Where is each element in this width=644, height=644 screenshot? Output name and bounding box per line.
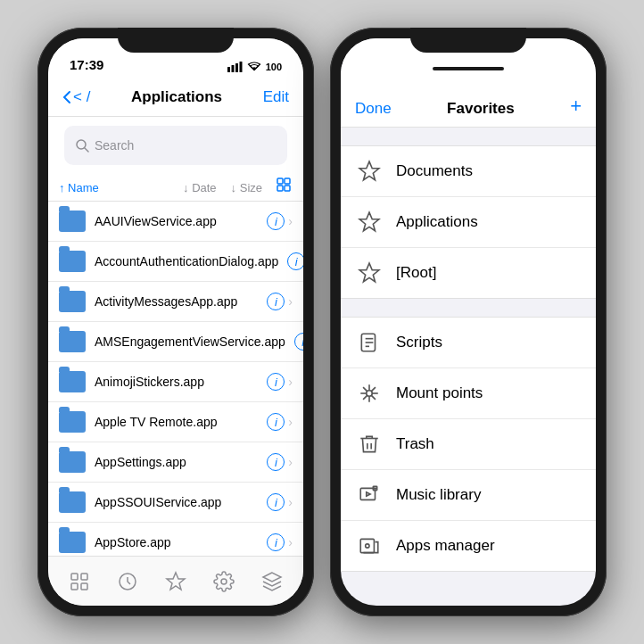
svg-marker-35 — [367, 492, 370, 496]
tab-layers[interactable] — [261, 571, 283, 592]
right-phone: Done Favorites + Documents — [330, 28, 607, 616]
file-name: AnimojiStickers.app — [95, 375, 258, 389]
file-item[interactable]: ActivityMessagesApp.app i › — [48, 282, 303, 322]
tab-recents[interactable] — [117, 571, 138, 592]
file-name: ActivityMessagesApp.app — [95, 294, 258, 309]
svg-rect-13 — [81, 583, 87, 590]
svg-point-25 — [367, 391, 373, 397]
svg-rect-2 — [235, 63, 238, 72]
file-item[interactable]: AppSSOUIService.app i › — [48, 483, 303, 523]
svg-rect-8 — [277, 186, 283, 191]
battery-icon: 100 — [266, 62, 282, 72]
edit-button[interactable]: Edit — [263, 88, 289, 106]
file-item[interactable]: AccountAuthenticationDialog.app i › — [48, 242, 303, 282]
fav-item-trash[interactable]: Trash — [341, 419, 596, 470]
right-notch — [410, 28, 526, 53]
file-item[interactable]: AnimojiStickers.app i › — [48, 362, 303, 402]
svg-rect-38 — [360, 539, 374, 552]
svg-rect-10 — [71, 574, 78, 580]
back-button[interactable]: < / — [62, 88, 90, 106]
fav-item-mount-points[interactable]: Mount points — [341, 368, 596, 419]
file-name: AMSEngagementViewService.app — [95, 334, 285, 349]
svg-rect-0 — [227, 67, 230, 72]
tab-favorites[interactable] — [165, 571, 186, 592]
col-date-header[interactable]: ↓ Date — [183, 181, 217, 194]
scripts-label: Scripts — [396, 334, 442, 351]
file-item[interactable]: AppStore.app i › — [48, 523, 303, 556]
tab-settings[interactable] — [213, 571, 235, 592]
tab-bar — [48, 556, 303, 606]
info-button[interactable]: i — [267, 373, 285, 391]
tab-grid[interactable] — [69, 571, 90, 592]
search-icon — [75, 138, 89, 153]
back-chevron-icon — [62, 90, 71, 104]
svg-rect-1 — [231, 65, 234, 72]
info-button[interactable]: i — [287, 252, 303, 270]
file-name: AppSettings.app — [95, 455, 258, 469]
svg-rect-11 — [81, 574, 87, 580]
col-size-header[interactable]: ↓ Size — [231, 181, 262, 194]
grid-toggle-icon[interactable] — [277, 178, 293, 197]
search-placeholder: Search — [95, 138, 134, 153]
fav-item-scripts[interactable]: Scripts — [341, 318, 596, 368]
info-button[interactable]: i — [267, 493, 285, 511]
svg-line-30 — [363, 387, 367, 392]
svg-marker-17 — [263, 573, 281, 582]
fav-item-music-library[interactable]: Music library — [341, 470, 596, 521]
fav-item-applications[interactable]: Applications — [341, 197, 596, 248]
info-button[interactable]: i — [267, 533, 285, 551]
file-info[interactable]: i › — [287, 252, 303, 270]
fav-item-apps-manager[interactable]: Apps manager — [341, 521, 596, 571]
info-button[interactable]: i — [267, 413, 285, 431]
scripts-icon — [355, 328, 384, 357]
file-info[interactable]: i › — [294, 333, 303, 351]
file-name: AppStore.app — [95, 535, 258, 549]
file-name: Apple TV Remote.app — [95, 415, 258, 429]
signal-icon — [227, 62, 243, 72]
left-screen: 17:39 100 — [48, 38, 303, 606]
info-button[interactable]: i — [267, 212, 285, 230]
col-name-header[interactable]: ↑ Name — [59, 181, 176, 194]
add-favorite-button[interactable]: + — [570, 95, 582, 118]
chevron-right-icon: › — [288, 214, 293, 228]
right-screen: Done Favorites + Documents — [341, 38, 596, 606]
svg-point-39 — [366, 544, 369, 548]
file-info[interactable]: i › — [267, 373, 293, 391]
root-label: [Root] — [396, 264, 436, 282]
info-button[interactable]: i — [294, 333, 303, 351]
info-button[interactable]: i — [267, 453, 285, 471]
apps-manager-icon — [355, 532, 384, 560]
back-label: < / — [73, 88, 90, 106]
folder-icon — [59, 451, 86, 473]
svg-rect-3 — [239, 62, 242, 72]
file-item[interactable]: Apple TV Remote.app i › — [48, 402, 303, 442]
folder-icon — [59, 411, 86, 433]
svg-line-33 — [363, 395, 367, 400]
folder-icon — [59, 371, 86, 392]
info-button[interactable]: i — [267, 293, 285, 310]
file-info[interactable]: i › — [267, 453, 293, 471]
favorites-title: Favorites — [447, 100, 515, 118]
svg-rect-6 — [277, 178, 283, 184]
file-name: AccountAuthenticationDialog.app — [95, 254, 278, 268]
fav-item-root[interactable]: [Root] — [341, 248, 596, 298]
trash-label: Trash — [396, 435, 434, 453]
trash-icon — [355, 430, 384, 458]
file-item[interactable]: AMSEngagementViewService.app i › — [48, 322, 303, 362]
file-item[interactable]: AAUIViewService.app i › — [48, 202, 303, 242]
mount-points-icon — [355, 379, 384, 408]
file-info[interactable]: i › — [267, 293, 293, 310]
applications-label: Applications — [396, 213, 478, 231]
done-button[interactable]: Done — [355, 100, 392, 118]
file-info[interactable]: i › — [267, 212, 293, 230]
favorites-section-1: Documents Applications — [341, 145, 596, 299]
file-info[interactable]: i › — [267, 533, 293, 551]
folder-icon — [59, 211, 86, 232]
file-info[interactable]: i › — [267, 413, 293, 431]
fav-item-documents[interactable]: Documents — [341, 146, 596, 197]
chevron-right-icon: › — [288, 455, 293, 469]
file-info[interactable]: i › — [267, 493, 293, 511]
file-item[interactable]: AppSettings.app i › — [48, 442, 303, 483]
file-list: AAUIViewService.app i › AccountAuthentic… — [48, 202, 303, 556]
search-bar[interactable]: Search — [64, 126, 287, 165]
